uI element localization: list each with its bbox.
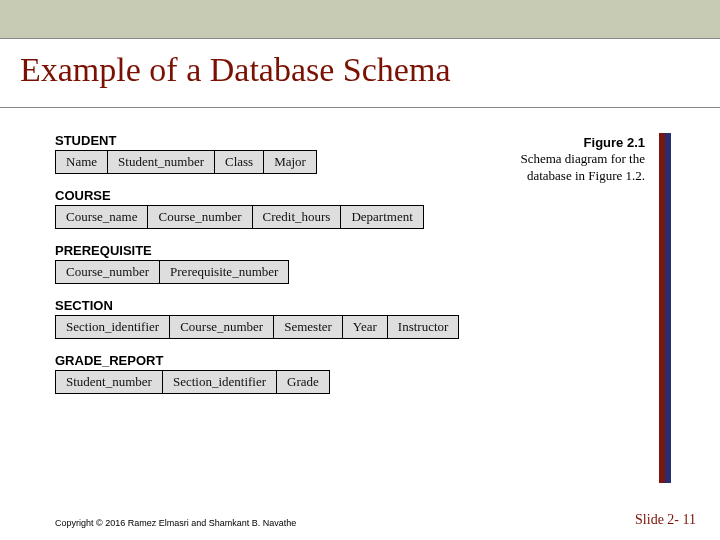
col-credit-hours: Credit_hours bbox=[253, 206, 342, 228]
col-student-number: Student_number bbox=[108, 151, 215, 173]
decorative-top-band bbox=[0, 0, 720, 38]
col-section-identifier: Section_identifier bbox=[56, 316, 170, 338]
schema-grade-report: GRADE_REPORT Student_number Section_iden… bbox=[55, 353, 659, 394]
slide-number: Slide 2- 11 bbox=[635, 512, 696, 528]
col-course-number: Course_number bbox=[56, 261, 160, 283]
accent-bar-blue bbox=[665, 133, 671, 483]
col-year: Year bbox=[343, 316, 388, 338]
title-band: Example of a Database Schema bbox=[0, 38, 720, 108]
col-student-number: Student_number bbox=[56, 371, 163, 393]
col-section-identifier: Section_identifier bbox=[163, 371, 277, 393]
schema-title-section: SECTION bbox=[55, 298, 659, 313]
slide-body: Figure 2.1 Schema diagram for the databa… bbox=[0, 108, 720, 500]
col-department: Department bbox=[341, 206, 422, 228]
figure-caption-line2: database in Figure 1.2. bbox=[527, 168, 645, 183]
col-prerequisite-number: Prerequisite_number bbox=[160, 261, 288, 283]
col-instructor: Instructor bbox=[388, 316, 459, 338]
col-class: Class bbox=[215, 151, 264, 173]
schema-course: COURSE Course_name Course_number Credit_… bbox=[55, 188, 659, 229]
slide-title: Example of a Database Schema bbox=[0, 39, 720, 89]
schema-title-course: COURSE bbox=[55, 188, 659, 203]
figure-label: Figure 2.1 bbox=[584, 135, 645, 150]
col-grade: Grade bbox=[277, 371, 329, 393]
schema-row-grade-report: Student_number Section_identifier Grade bbox=[55, 370, 330, 394]
schema-row-prerequisite: Course_number Prerequisite_number bbox=[55, 260, 289, 284]
copyright-text: Copyright © 2016 Ramez Elmasri and Shamk… bbox=[55, 518, 296, 528]
col-semester: Semester bbox=[274, 316, 343, 338]
footer: Copyright © 2016 Ramez Elmasri and Shamk… bbox=[0, 500, 720, 540]
schema-row-student: Name Student_number Class Major bbox=[55, 150, 317, 174]
content-area: Figure 2.1 Schema diagram for the databa… bbox=[55, 133, 659, 483]
schema-prerequisite: PREREQUISITE Course_number Prerequisite_… bbox=[55, 243, 659, 284]
figure-caption-line1: Schema diagram for the bbox=[520, 151, 645, 166]
col-course-number: Course_number bbox=[148, 206, 252, 228]
col-course-number: Course_number bbox=[170, 316, 274, 338]
figure-caption: Figure 2.1 Schema diagram for the databa… bbox=[485, 135, 645, 184]
schema-row-section: Section_identifier Course_number Semeste… bbox=[55, 315, 459, 339]
col-course-name: Course_name bbox=[56, 206, 148, 228]
schema-row-course: Course_name Course_number Credit_hours D… bbox=[55, 205, 424, 229]
col-name: Name bbox=[56, 151, 108, 173]
schema-title-prerequisite: PREREQUISITE bbox=[55, 243, 659, 258]
col-major: Major bbox=[264, 151, 316, 173]
schema-title-grade-report: GRADE_REPORT bbox=[55, 353, 659, 368]
schema-section: SECTION Section_identifier Course_number… bbox=[55, 298, 659, 339]
